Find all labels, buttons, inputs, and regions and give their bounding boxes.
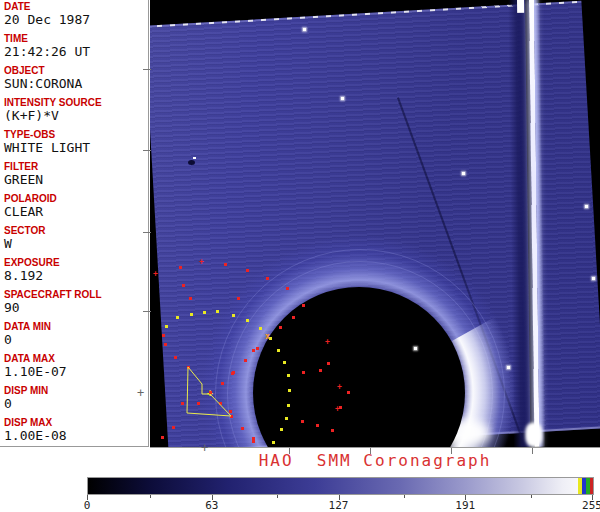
sidebar-field: FILTERGREEN	[4, 162, 148, 186]
field-label: DATA MAX	[4, 354, 148, 364]
field-label: DATE	[4, 2, 148, 12]
field-value: 1.00E-08	[4, 429, 148, 442]
colorbar-tick-label: 0	[84, 499, 91, 512]
left-axis-tick	[143, 232, 151, 233]
contour-overlay	[150, 0, 600, 447]
colorbar-tick-label: 63	[205, 499, 218, 512]
sidebar-field: TIME21:42:26 UT	[4, 34, 148, 58]
left-axis-tick	[143, 69, 151, 70]
field-label: DISP MIN	[4, 386, 148, 396]
field-value: SUN:CORONA	[4, 77, 148, 90]
field-value: W	[4, 237, 148, 250]
field-label: TYPE-OBS	[4, 130, 148, 140]
field-value: 8.192	[4, 269, 148, 282]
metadata-sidebar: DATE20 Dec 1987TIME21:42:26 UTOBJECTSUN:…	[0, 0, 149, 447]
sidebar-field: OBJECTSUN:CORONA	[4, 66, 148, 90]
sun-center-left-cross: +	[137, 386, 144, 400]
colorbar-tick-label: 191	[455, 499, 475, 512]
field-value: 21:42:26 UT	[4, 45, 148, 58]
sidebar-field: EXPOSURE8.192	[4, 258, 148, 282]
field-label: OBJECT	[4, 66, 148, 76]
sun-center-marker: +	[207, 389, 213, 396]
sidebar-field: SECTORW	[4, 226, 148, 250]
sidebar-field: INTENSITY SOURCE(K+F)*V	[4, 98, 148, 122]
sidebar-field: DATA MIN0	[4, 322, 148, 346]
field-value: 20 Dec 1987	[4, 13, 148, 26]
field-value: 0	[4, 397, 148, 410]
sidebar-field: POLAROIDCLEAR	[4, 194, 148, 218]
sidebar-field: DATE20 Dec 1987	[4, 2, 148, 26]
smm-coronagraph-viewer: { "colors": { "label_red": "#c80000", "v…	[0, 0, 600, 512]
sidebar-field: TYPE-OBSWHITE LIGHT	[4, 130, 148, 154]
field-value: 1.10E-07	[4, 365, 148, 378]
sidebar-field: DISP MAX1.00E-08	[4, 418, 148, 442]
field-value: CLEAR	[4, 205, 148, 218]
field-label: SECTOR	[4, 226, 148, 236]
field-value: 0	[4, 333, 148, 346]
field-value: 90	[4, 301, 148, 314]
colorbar-tick-label: 127	[329, 499, 349, 512]
field-label: FILTER	[4, 162, 148, 172]
colorbar-minor-tick	[150, 495, 151, 498]
field-value: (K+F)*V	[4, 109, 148, 122]
sidebar-field: DISP MIN0	[4, 386, 148, 410]
field-label: POLAROID	[4, 194, 148, 204]
plot-title: HAO SMM Coronagraph	[150, 451, 600, 470]
left-axis-tick	[143, 311, 151, 312]
sidebar-field: DATA MAX1.10E-07	[4, 354, 148, 378]
coronagraph-image: +++++xx +	[150, 0, 600, 447]
field-label: SPACECRAFT ROLL	[4, 290, 148, 300]
field-label: DISP MAX	[4, 418, 148, 428]
field-value: WHITE LIGHT	[4, 141, 148, 154]
colorbar-minor-tick	[404, 495, 405, 498]
field-label: INTENSITY SOURCE	[4, 98, 148, 108]
sidebar-field: SPACECRAFT ROLL90	[4, 290, 148, 314]
colorbar-tick-label: 255	[582, 499, 600, 512]
colorbar-end-stripe	[590, 478, 593, 494]
field-label: DATA MIN	[4, 322, 148, 332]
field-label: TIME	[4, 34, 148, 44]
field-label: EXPOSURE	[4, 258, 148, 268]
colorbar-minor-tick	[531, 495, 532, 498]
intensity-colorbar	[87, 477, 594, 495]
left-axis-tick	[143, 150, 151, 151]
field-value: GREEN	[4, 173, 148, 186]
colorbar-minor-tick	[277, 495, 278, 498]
